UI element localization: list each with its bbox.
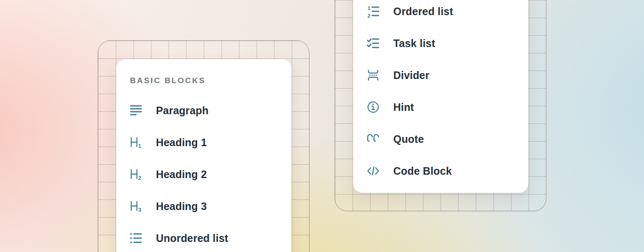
heading-level-digit: 2 <box>138 175 142 181</box>
heading-level-digit: 1 <box>138 143 142 149</box>
heading-2-icon: 2 <box>129 168 143 181</box>
menu-item-code-block[interactable]: Code Block <box>353 155 528 187</box>
menu-item-label: Heading 1 <box>156 136 207 149</box>
menu-item-task-list[interactable]: Task list <box>353 27 528 59</box>
basic-blocks-card: BASIC BLOCKS Paragraph <box>116 59 291 252</box>
heading-1-icon: 1 <box>129 136 143 149</box>
divider-icon <box>366 68 380 82</box>
unordered-list-icon <box>129 231 143 245</box>
menu-item-label: Code Block <box>393 165 452 177</box>
menu-item-label: Quote <box>393 133 424 145</box>
menu-item-hint[interactable]: Hint <box>353 91 528 123</box>
menu-item-label: Task list <box>393 37 435 50</box>
menu-item-label: Unordered list <box>156 232 228 244</box>
menu-item-paragraph[interactable]: Paragraph <box>116 94 291 126</box>
more-blocks-card: 1 2 Ordered list <box>353 0 528 193</box>
heading-3-icon: 3 <box>129 200 143 213</box>
menu-item-heading-2[interactable]: 2 Heading 2 <box>116 158 291 190</box>
code-block-icon <box>366 164 380 178</box>
menu-item-divider[interactable]: Divider <box>353 59 528 91</box>
menu-item-unordered-list[interactable]: Unordered list <box>116 222 291 252</box>
menu-item-quote[interactable]: Quote <box>353 123 528 155</box>
hint-icon <box>366 100 380 114</box>
menu-item-label: Ordered list <box>393 5 453 18</box>
menu-item-label: Divider <box>393 69 429 81</box>
ordered-list-icon: 1 2 <box>366 5 380 18</box>
paragraph-icon <box>129 104 143 117</box>
menu-item-label: Paragraph <box>156 105 208 117</box>
menu-item-label: Heading 3 <box>156 200 207 213</box>
heading-level-digit: 3 <box>138 207 142 213</box>
quote-icon <box>366 132 380 146</box>
menu-item-label: Heading 2 <box>156 168 207 181</box>
menu-item-ordered-list[interactable]: 1 2 Ordered list <box>353 0 528 27</box>
block-menu-screen: { "colors": { "accent": "#3b7a95", "labe… <box>0 0 644 252</box>
basic-blocks-list: Paragraph 1 Heading 1 2 <box>116 94 291 252</box>
task-list-icon <box>366 37 380 50</box>
ordered-list-digit-2: 2 <box>368 13 371 18</box>
menu-item-heading-1[interactable]: 1 Heading 1 <box>116 126 291 158</box>
ordered-list-digit-1: 1 <box>368 5 371 11</box>
more-blocks-list: 1 2 Ordered list <box>353 0 528 187</box>
menu-item-label: Hint <box>393 101 414 113</box>
menu-item-heading-3[interactable]: 3 Heading 3 <box>116 190 291 222</box>
section-title-basic-blocks: BASIC BLOCKS <box>130 76 291 86</box>
